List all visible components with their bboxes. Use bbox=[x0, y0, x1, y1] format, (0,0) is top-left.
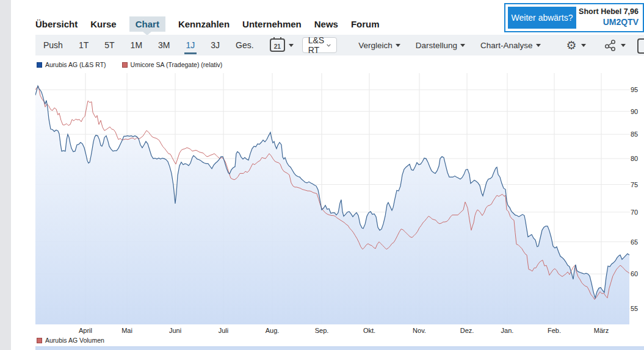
chevron-down-icon bbox=[621, 44, 626, 47]
x-tick-label: Juli bbox=[206, 327, 241, 334]
x-tick-label: Nov. bbox=[402, 327, 436, 334]
promo-product-title: Short Hebel 7,96 bbox=[579, 7, 639, 17]
menu-vergleich[interactable]: Vergleich bbox=[358, 41, 400, 50]
bookmark-icon[interactable] bbox=[637, 38, 644, 54]
share-nodes-icon[interactable] bbox=[604, 40, 617, 51]
y-tick-label: 70 bbox=[631, 209, 644, 216]
promo-cta-button[interactable]: Weiter abwärts? bbox=[508, 7, 576, 29]
nav-item-unternehmen[interactable]: Unternehmen bbox=[242, 19, 302, 29]
range-button-push[interactable]: Push bbox=[43, 40, 63, 50]
nav-item-kurse[interactable]: Kurse bbox=[90, 19, 117, 29]
chevron-down-icon bbox=[536, 44, 541, 47]
calendar-day-label: 21 bbox=[274, 43, 281, 51]
menu-label: Chart-Analyse bbox=[480, 41, 533, 50]
menu-darstellung[interactable]: Darstellung bbox=[416, 41, 465, 50]
settings-gear-icon[interactable]: ⚙ bbox=[566, 40, 577, 51]
exchange-select[interactable]: L&S RT bbox=[302, 37, 337, 53]
volume-pane-top bbox=[35, 346, 644, 350]
promo-product-info[interactable]: Short Hebel 7,96 UM2QTV bbox=[579, 4, 643, 31]
range-button-3m[interactable]: 3M bbox=[158, 40, 170, 50]
range-button-ges[interactable]: Ges. bbox=[236, 40, 254, 50]
legend-label: Umicore SA (Tradegate) (relativ) bbox=[131, 61, 223, 68]
range-button-1m[interactable]: 1M bbox=[131, 40, 142, 50]
x-tick-label: Juni bbox=[158, 327, 192, 334]
legend-item-umicore: Umicore SA (Tradegate) (relativ) bbox=[122, 61, 223, 68]
exchange-select-value: L&S RT bbox=[308, 35, 327, 55]
toolbar-icons: ⚙ bbox=[566, 39, 644, 51]
legend-item-aurubis: Aurubis AG (L&S RT) bbox=[37, 61, 106, 68]
chevron-down-icon bbox=[396, 44, 400, 47]
price-chart[interactable] bbox=[35, 73, 630, 324]
promo-wkn-code: UM2QTV bbox=[603, 17, 639, 28]
nav-item-kennzahlen[interactable]: Kennzahlen bbox=[178, 19, 230, 29]
range-button-1t[interactable]: 1T bbox=[79, 40, 89, 50]
chart-toolbar: Push1T5T1M3M1J3JGes. 21 L&S RT Vergleich… bbox=[35, 35, 644, 55]
x-tick-label: April bbox=[68, 327, 103, 334]
y-tick-label: 90 bbox=[631, 108, 644, 115]
x-tick-label: März bbox=[584, 327, 618, 334]
page-left-margin bbox=[0, 0, 11, 350]
nav-item-bersicht[interactable]: Übersicht bbox=[35, 19, 78, 29]
x-tick-label: Feb. bbox=[537, 327, 571, 334]
y-tick-label: 80 bbox=[631, 155, 644, 162]
legend-swatch-volume bbox=[37, 338, 42, 343]
y-tick-label: 95 bbox=[631, 86, 644, 93]
volume-legend: Aurubis AG Volumen bbox=[37, 337, 104, 344]
chevron-down-icon bbox=[460, 44, 465, 47]
legend-swatch-red bbox=[122, 62, 128, 68]
y-tick-label: 75 bbox=[631, 181, 644, 188]
menu-chart-analyse[interactable]: Chart-Analyse bbox=[480, 41, 541, 50]
chevron-down-icon bbox=[581, 44, 586, 47]
range-button-3j[interactable]: 3J bbox=[211, 40, 220, 50]
y-tick-label: 85 bbox=[631, 130, 644, 138]
toolbar-menus: VergleichDarstellungChart-Analyse bbox=[358, 41, 540, 50]
x-tick-label: Dez. bbox=[450, 327, 484, 334]
menu-label: Darstellung bbox=[416, 41, 457, 50]
legend-swatch-blue bbox=[37, 62, 42, 68]
nav-item-chart[interactable]: Chart bbox=[129, 16, 165, 32]
range-button-1j[interactable]: 1J bbox=[186, 40, 195, 50]
range-buttons: Push1T5T1M3M1J3JGes. bbox=[35, 40, 254, 50]
legend-label: Aurubis AG (L&S RT) bbox=[45, 61, 106, 68]
x-tick-label: Jan. bbox=[490, 327, 524, 334]
derivative-promo-widget[interactable]: Weiter abwärts? Short Hebel 7,96 UM2QTV bbox=[504, 3, 644, 32]
chevron-down-icon bbox=[289, 44, 294, 47]
x-tick-label: Mai bbox=[110, 327, 144, 334]
nav-item-forum[interactable]: Forum bbox=[351, 19, 380, 29]
y-tick-label: 60 bbox=[631, 270, 644, 277]
calendar-icon: 21 bbox=[270, 38, 285, 52]
y-tick-label: 65 bbox=[631, 238, 644, 246]
x-tick-label: Aug. bbox=[255, 327, 289, 334]
date-range-picker[interactable]: 21 bbox=[270, 38, 294, 52]
y-tick-label: 55 bbox=[631, 305, 644, 312]
x-tick-label: Sep. bbox=[305, 327, 339, 334]
chevron-down-icon bbox=[327, 43, 331, 48]
range-button-5t[interactable]: 5T bbox=[104, 40, 114, 50]
main-nav: ÜbersichtKurseChartKennzahlenUnternehmen… bbox=[35, 16, 380, 32]
x-tick-label: Okt. bbox=[352, 327, 386, 334]
volume-legend-label: Aurubis AG Volumen bbox=[45, 337, 104, 344]
menu-label: Vergleich bbox=[358, 41, 393, 50]
nav-item-news[interactable]: News bbox=[314, 19, 338, 29]
chart-legend: Aurubis AG (L&S RT) Umicore SA (Tradegat… bbox=[37, 61, 222, 68]
